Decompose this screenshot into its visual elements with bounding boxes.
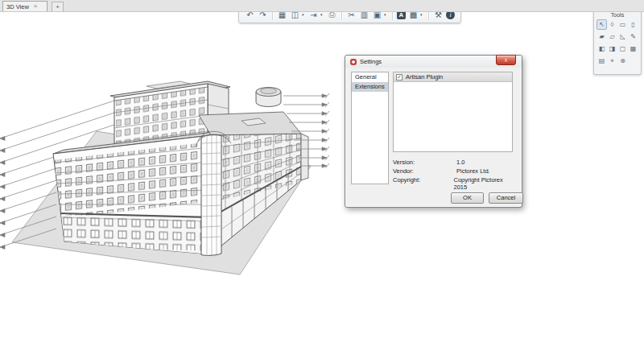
dropdown-caret-icon[interactable]: ▾ [420,12,424,17]
settings-dialog: Settings x General Extensions ✓ Artisan … [345,55,522,208]
building [53,81,308,255]
settings-category-list: General Extensions [351,72,389,184]
grid-tool[interactable]: ▦ [628,43,638,54]
dropdown-caret-icon[interactable]: ▾ [320,12,324,17]
copyright-row: Copyright: Copyright Pictorex 2015 [393,176,515,191]
dialog-title: Settings [360,58,382,65]
category-extensions[interactable]: Extensions [352,82,388,92]
tab-label: 3D View [6,3,29,10]
cancel-button[interactable]: Cancel [489,192,523,204]
tools-grid: ↖ ◊ ▭ ▯ ▰ ▱ ◺ ✎ ◧ ◨ ▢ ▦ ▤ ⌖ ⊕ [597,19,638,66]
new-tab-button[interactable]: + [52,2,64,11]
close-button[interactable]: x [496,55,516,65]
eraser-tool[interactable]: ◊ [607,19,617,30]
roof-tool[interactable]: ◺ [617,31,628,42]
extension-label: Artisan Plugin [406,73,443,80]
category-general[interactable]: General [352,72,388,82]
move-tool[interactable]: ⊕ [617,56,628,66]
version-label: Version: [393,159,456,166]
tab-bar: 3D View × + [0,0,644,12]
pencil-tool[interactable]: ✎ [628,31,638,42]
version-row: Version: 1.0 [393,159,515,166]
tools-palette: Tools ↖ ◊ ▭ ▯ ▰ ▱ ◺ ✎ ◧ ◨ ▢ ▦ ▤ ⌖ ⊕ [593,9,642,75]
box-tool[interactable]: ▰ [597,31,607,42]
copyright-value: Copyright Pictorex 2015 [454,176,516,191]
vendor-value: Pictorex Ltd. [456,167,490,175]
rectangle-tool[interactable]: ▭ [617,19,628,30]
building-drawing [0,0,644,355]
stamp-tool[interactable]: ◨ [607,43,617,54]
plane-tool[interactable]: ▱ [607,31,617,42]
page-tool[interactable]: ▢ [617,43,628,54]
copyright-label: Copyright: [393,176,454,191]
extension-row[interactable]: ✓ Artisan Plugin [394,72,512,82]
dropdown-caret-icon[interactable]: ▾ [384,12,388,17]
dropdown-caret-icon[interactable]: ▾ [302,12,306,17]
paint-tool[interactable]: ◧ [597,43,607,54]
tools-palette-title: Tools [597,11,638,19]
ok-button[interactable]: OK [451,192,484,204]
tab-3d-view[interactable]: 3D View × [2,1,47,11]
tab-close-icon[interactable]: × [34,3,38,10]
cylinder-tool[interactable]: ▯ [628,19,638,30]
version-value: 1.0 [456,159,464,166]
vendor-label: Vendor: [393,167,456,175]
select-tool[interactable]: ↖ [597,19,607,30]
vendor-row: Vendor: Pictorex Ltd. [393,167,515,175]
gear-icon [350,59,357,65]
pin-tool[interactable]: ⌖ [607,56,617,66]
extensions-list-panel: ✓ Artisan Plugin [393,72,513,152]
checkbox-checked-icon[interactable]: ✓ [396,74,402,80]
fence-tool[interactable]: ▤ [597,56,607,66]
